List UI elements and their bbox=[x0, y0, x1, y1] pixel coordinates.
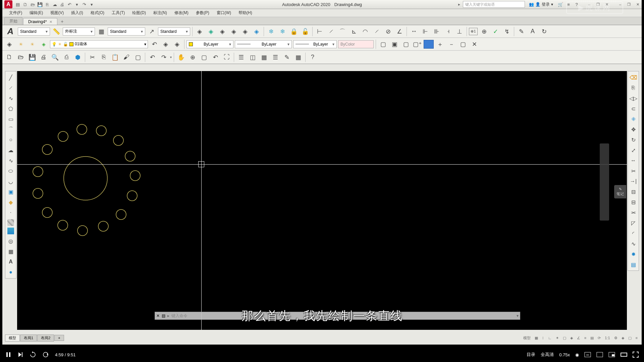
tolerance-icon[interactable]: ⊕1 bbox=[469, 28, 478, 35]
paste-icon[interactable]: 📋 bbox=[110, 52, 120, 62]
qnew-icon[interactable]: 🗋 bbox=[4, 52, 14, 62]
plotstyle-dropdown[interactable]: ByColor bbox=[338, 40, 374, 48]
gradient-icon[interactable] bbox=[7, 228, 14, 234]
rotate-icon[interactable]: ↻ bbox=[628, 135, 638, 145]
zoom-win-icon[interactable]: ▢ bbox=[199, 52, 209, 62]
arc-icon[interactable]: ⌒ bbox=[6, 124, 16, 134]
speed-button[interactable]: 0.75x bbox=[559, 352, 570, 357]
menu-edit[interactable]: 编辑(E) bbox=[26, 9, 46, 17]
dim-ordinate-icon[interactable]: ⊾ bbox=[349, 26, 359, 37]
tab-model[interactable]: 模型 bbox=[5, 335, 20, 342]
publish-icon[interactable]: ⎙ bbox=[61, 52, 71, 62]
qat-undo-icon[interactable]: ↶ bbox=[66, 1, 73, 8]
insert-icon[interactable]: ▣ bbox=[6, 187, 16, 197]
line-icon[interactable]: ╱ bbox=[6, 72, 16, 82]
blend-icon[interactable]: ∿ bbox=[628, 239, 638, 249]
toc-button[interactable]: 目录 bbox=[527, 352, 535, 358]
block-sync-icon[interactable]: ✕ bbox=[469, 39, 479, 49]
fillet-icon[interactable]: ◜ bbox=[628, 228, 638, 238]
doc-minimize-button[interactable]: – bbox=[616, 1, 624, 7]
tab-drawing4[interactable]: Drawing4*✕ bbox=[23, 18, 57, 25]
zoom-prev-icon[interactable]: ↶ bbox=[210, 52, 220, 62]
menu-window[interactable]: 窗口(W) bbox=[213, 9, 234, 17]
quickcalc-icon[interactable]: ▦ bbox=[293, 52, 303, 62]
layerstate-icon[interactable]: ◈ bbox=[39, 39, 49, 49]
qat-undo-dd-icon[interactable]: ▾ bbox=[73, 1, 80, 8]
dim-quick-icon[interactable]: ↔ bbox=[409, 26, 419, 37]
doc-maximize-button[interactable]: ❐ bbox=[625, 1, 633, 7]
freeze1-icon[interactable]: ❄ bbox=[266, 26, 276, 37]
mtext-icon[interactable]: A bbox=[6, 257, 16, 267]
extend-icon[interactable]: →| bbox=[628, 176, 638, 186]
block-reset-icon[interactable]: ▢ bbox=[458, 39, 468, 49]
trim-icon[interactable]: ✂ bbox=[628, 166, 638, 176]
status-clean-icon[interactable]: ▢ bbox=[627, 335, 633, 341]
block-attr-icon[interactable]: ▢⁺ bbox=[412, 39, 422, 49]
status-ortho-icon[interactable]: ∟ bbox=[547, 335, 553, 341]
layer6-icon[interactable]: ◈ bbox=[252, 26, 262, 37]
close-button[interactable]: ✕ bbox=[603, 1, 611, 7]
zoom-rt-icon[interactable]: ⊕ bbox=[187, 52, 198, 62]
join-icon[interactable]: ⫘ bbox=[628, 207, 638, 218]
dim-radius-icon[interactable]: ◠ bbox=[360, 26, 370, 37]
undo2-icon[interactable]: ↶ bbox=[147, 52, 157, 62]
tab-layout1[interactable]: 布局1 bbox=[20, 335, 37, 342]
status-polar-icon[interactable]: ✶ bbox=[554, 335, 560, 341]
scale-icon[interactable]: ⤢ bbox=[628, 145, 638, 155]
mirror-icon[interactable]: ◁▷ bbox=[628, 93, 638, 103]
layer-dropdown[interactable]: 💡☀🔓 01墙体 ▾ bbox=[50, 40, 148, 48]
layermatch-icon[interactable]: ◈ bbox=[161, 39, 171, 49]
dimstyle-icon[interactable]: 📏 bbox=[51, 26, 61, 37]
block-minus-icon[interactable]: － bbox=[446, 39, 457, 49]
next-button[interactable] bbox=[17, 352, 23, 358]
menu-modify[interactable]: 修改(M) bbox=[171, 9, 192, 17]
minimize-button[interactable]: – bbox=[585, 1, 593, 7]
qat-saveas-icon[interactable]: ⎘ bbox=[44, 1, 51, 8]
array-icon[interactable]: ⁜ bbox=[628, 114, 638, 124]
dim-linear-icon[interactable]: ⊢ bbox=[315, 26, 325, 37]
lineweight-dropdown[interactable]: ByLayer bbox=[293, 40, 337, 48]
3d-icon[interactable]: ⬢ bbox=[73, 52, 83, 62]
menu-dimension[interactable]: 标注(N) bbox=[150, 9, 170, 17]
tab-close-icon[interactable]: ✕ bbox=[49, 20, 52, 24]
replay-button[interactable] bbox=[42, 351, 49, 358]
menu-file[interactable]: 文件(F) bbox=[6, 9, 25, 17]
status-cycle-icon[interactable]: ⟳ bbox=[596, 335, 602, 341]
rewind-button[interactable] bbox=[30, 351, 36, 358]
qat-plot-icon[interactable]: 🖨 bbox=[59, 1, 65, 8]
redo2-icon[interactable]: ↷ bbox=[159, 52, 169, 62]
freeze2-icon[interactable]: ❄ bbox=[277, 26, 287, 37]
block-create-icon[interactable]: ◆ bbox=[6, 197, 16, 207]
break-icon[interactable]: ⊟ bbox=[628, 187, 638, 197]
fullscreen-icon[interactable] bbox=[633, 352, 639, 358]
copy-icon[interactable]: ⎘ bbox=[628, 83, 638, 93]
jogged-linear-icon[interactable]: ↯ bbox=[502, 26, 512, 37]
tab-start[interactable]: 开始 bbox=[4, 17, 22, 25]
status-grid-icon[interactable]: ▦ bbox=[533, 335, 539, 341]
login-button[interactable]: 👥 👤 登录 ▾ bbox=[526, 2, 556, 7]
copy2-icon[interactable]: ⎘ bbox=[99, 52, 109, 62]
dim-angular-icon[interactable]: ∠ bbox=[394, 26, 405, 37]
dim-baseline-icon[interactable]: ⊩ bbox=[420, 26, 430, 37]
layerprev-icon[interactable]: ↶ bbox=[149, 39, 159, 49]
cart-icon[interactable]: 🛒 bbox=[557, 1, 564, 8]
maximize-button[interactable]: ❐ bbox=[594, 1, 602, 7]
stretch-icon[interactable]: ↔ bbox=[628, 156, 638, 166]
pline-icon[interactable]: ∿ bbox=[6, 93, 16, 103]
save2-icon[interactable]: 💾 bbox=[27, 52, 37, 62]
dim-break-icon[interactable]: ⊥ bbox=[454, 26, 465, 37]
zoom-ext-icon[interactable]: ⛶ bbox=[222, 52, 232, 62]
doc-close-button[interactable]: ✕ bbox=[634, 1, 642, 7]
dim-edit-icon[interactable]: ✎ bbox=[516, 26, 526, 37]
insert-block-icon[interactable]: ▢ bbox=[378, 39, 388, 49]
qat-new-icon[interactable]: 🗋 bbox=[22, 1, 29, 8]
menu-help[interactable]: 帮助(H) bbox=[235, 9, 256, 17]
sheetset-icon[interactable]: ☰ bbox=[270, 52, 280, 62]
erase-icon[interactable]: ⌫ bbox=[628, 72, 638, 82]
menu-tools[interactable]: 工具(T) bbox=[108, 9, 128, 17]
region-icon[interactable]: ◎ bbox=[6, 236, 16, 246]
lock-icon[interactable]: 🔒 bbox=[289, 26, 299, 37]
dim-continue-icon[interactable]: ⊪ bbox=[432, 26, 442, 37]
linetype-dropdown[interactable]: ByLayer bbox=[235, 40, 292, 48]
dim-arc-icon[interactable]: ⌒ bbox=[337, 26, 347, 37]
